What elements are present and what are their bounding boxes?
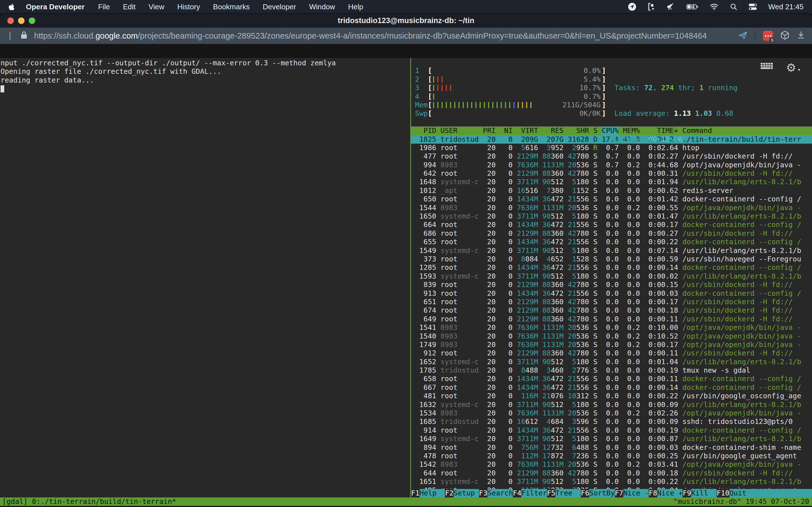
spotlight-search-icon[interactable] [730,3,737,10]
process-row: 664 root 20 0 1434M 36472 21556 S 0.0 0.… [411,221,812,229]
apple-menu-icon[interactable] [8,3,15,11]
process-row: 912 root 20 0 2129M 88360 42780 S 0.0 0.… [411,349,812,357]
htop-summary: Tasks: 72, 274 thr; 1 running Load avera… [614,66,738,161]
download-icon[interactable] [797,31,805,41]
menu-item-help[interactable]: Help [348,3,363,11]
process-row: 1650 systemd-c 20 0 3711M 90512 5180 S 0… [411,212,812,221]
process-row: 894 root 20 0 756M 12732 6488 S 0.0 0.0 … [411,443,812,452]
tmux-session-info: [gdal] 0:./tin-terrain/build/tin-terrain… [2,497,176,506]
process-row: 1534 8983 20 0 7636M 1131M 20536 S 0.0 0… [411,409,812,417]
process-row: 1285 root 20 0 1434M 36472 21556 S 0.0 0… [411,263,812,272]
process-row: 1749 8983 20 0 7636M 1131M 20536 S 0.0 0… [411,341,812,349]
control-center-icon[interactable] [749,3,757,10]
virtual-keyboard-icon[interactable] [760,62,774,73]
process-row: 1012 _apt 20 0 16516 7380 1152 S 0.0 0.0… [411,186,812,195]
process-row: 686 root 20 0 2129M 88360 42780 S 0.0 0.… [411,229,812,238]
fkey-f5: F5 [547,489,555,497]
fkey-f4: F4 [513,489,521,497]
settings-gear-icon[interactable]: ⚙▾ [786,62,801,73]
screen-capture-icon[interactable] [648,3,655,11]
menu-item-file[interactable]: File [98,3,110,11]
terminal-pane-gdal[interactable]: nput ./corrected_nyc.tif --output-dir ./… [0,58,410,497]
fkey-f4-label: Filter [521,489,547,497]
fkey-f3-label: Search [488,489,513,497]
process-row: 1785 tridostud 20 0 8488 3460 2776 S 0.0… [411,366,812,375]
menu-bar: Opera Developer FileEditViewHistoryBookm… [0,0,812,13]
process-row: 1825 tridostud 20 0 209G 207G 31628 D 17… [411,135,812,144]
fkey-f10-label: Quit [729,489,755,497]
wifi-icon[interactable] [710,3,719,10]
process-row: 1541 8983 20 0 7636M 1131M 20536 S 0.0 0… [411,323,812,332]
fkey-f9-label: Kill [691,489,716,497]
process-row: 655 root 20 0 1434M 36472 21556 S 0.0 0.… [411,238,812,246]
terminal-pane-htop[interactable]: ⚙▾ 1 [0.0%]2 [5.4%]3 [10.7%]4 [0.7%]Mem[… [411,58,812,497]
terminal-line: reading raster data... [1,76,410,84]
process-row: 1651 systemd-c 20 0 3711M 90512 5180 S 0… [411,477,812,486]
mute-icon[interactable] [666,3,675,11]
process-row: 1648 systemd-c 20 0 3711M 90512 5180 S 0… [411,178,812,186]
menu-item-edit[interactable]: Edit [123,3,136,11]
flow-send-icon[interactable] [738,31,748,41]
menu-item-bookmarks[interactable]: Bookmarks [213,3,250,11]
process-row: 644 root 20 0 2129M 88360 42780 S 0.0 0.… [411,469,812,477]
process-row: 913 root 20 0 1434M 36472 21556 S 0.0 0.… [411,289,812,298]
terminal-cursor [1,86,4,93]
menu-bar-clock[interactable]: Wed 21:45 [768,3,804,11]
browser-window: tridostudio123@musicbrainz-db: ~/tin htt… [0,13,812,507]
htop-meter-mem: Mem[211G/504G] [415,101,812,109]
load-average-line: Load average: 1.13 1.03 0.68 [614,109,738,118]
terminal-line: Opening raster file ./corrected_nyc.tif … [1,67,410,76]
htop-table-header[interactable]: PID USER PRI NI VIRT RES SHR S CPU% MEM%… [411,126,812,135]
extension-badge: 5 [769,38,775,43]
sidebar-toggle-icon[interactable] [10,32,10,40]
address-bar[interactable]: https://ssh.cloud.google.com/projects/be… [20,31,733,41]
fkey-f5-label: Tree [555,489,581,497]
htop-meter-4: 4 [0.7%] [415,93,812,101]
fkey-f10: F10 [717,489,729,497]
process-row: 839 root 20 0 2129M 88360 42780 S 0.0 0.… [411,281,812,289]
menu-items: FileEditViewHistoryBookmarksDeveloperWin… [98,3,363,11]
process-row: 1540 8983 20 0 7636M 1131M 20536 S 0.0 0… [411,332,812,341]
window-title-bar: tridostudio123@musicbrainz-db: ~/tin [0,13,812,27]
menu-item-view[interactable]: View [149,3,164,11]
tmux-host-clock: "musicbrainz-db" 19:45 07-Oct-20 [673,497,809,506]
process-row: 1549 systemd-c 20 0 3711M 90512 5180 S 0… [411,246,812,255]
process-row: 650 root 20 0 1434M 36472 21556 S 0.0 0.… [411,195,812,203]
fkey-f7-label: Nice - [623,489,649,497]
ssh-terminal: nput ./corrected_nyc.tif --output-dir ./… [0,58,812,507]
extension-icon[interactable]: 5 [763,31,773,41]
process-row: 651 root 20 0 2129M 88360 42780 S 0.0 0.… [411,298,812,306]
process-row: 1652 systemd-c 20 0 3711M 90512 5180 S 0… [411,358,812,366]
fkey-f1-label: Help [419,489,445,497]
fkey-f7: F7 [615,489,623,497]
sidebar-box-icon[interactable] [780,31,790,41]
fkey-f6: F6 [581,489,589,497]
process-row: 477 root 20 0 2129M 88360 42780 S 0.7 0.… [411,152,812,161]
fkey-f3: F3 [479,489,488,497]
fkey-f9: F9 [682,489,691,497]
process-row: 649 root 20 0 2129M 88360 42780 S 0.0 0.… [411,315,812,323]
process-row: 1632 systemd-c 20 0 3711M 90512 5180 S 0… [411,400,812,409]
uptime-line: Uptime: 00:12:06 [614,135,738,144]
fkey-f2: F2 [445,489,453,497]
process-row: 1649 systemd-c 20 0 3711M 90512 5180 S 0… [411,435,812,443]
process-row: 994 8983 20 0 7636M 1131M 20536 S 0.7 0.… [411,161,812,169]
window-title: tridostudio123@musicbrainz-db: ~/tin [0,16,812,25]
htop-meters: 1 [0.0%]2 [5.4%]3 [10.7%]4 [0.7%]Mem[211… [411,58,812,118]
menu-item-developer[interactable]: Developer [263,3,296,11]
fkey-bar-fill [755,489,812,497]
app-menu[interactable]: Opera Developer [26,3,85,11]
process-row: 481 root 20 0 116M 21076 10312 S 0.0 0.0… [411,392,812,400]
location-arrow-icon[interactable] [628,3,637,11]
fkey-f8: F8 [649,489,657,497]
url-text[interactable]: https://ssh.cloud.google.com/projects/be… [34,31,707,41]
htop-function-key-bar: F1Help F2Setup F3SearchF4FilterF5Tree F6… [411,489,812,497]
process-row: 478 root 20 0 112M 17872 7236 S 0.0 0.0 … [411,452,812,460]
htop-meter-1: 1 [0.0%] [415,66,812,75]
menu-item-history[interactable]: History [177,3,200,11]
process-row: 667 root 20 0 1434M 36472 21556 S 0.0 0.… [411,383,812,392]
menu-item-window[interactable]: Window [309,3,335,11]
process-row: 1593 systemd-c 20 0 3711M 90512 5180 S 0… [411,272,812,281]
process-row: 658 root 20 0 1434M 36472 21556 S 0.0 0.… [411,375,812,383]
lock-icon[interactable] [20,31,28,41]
